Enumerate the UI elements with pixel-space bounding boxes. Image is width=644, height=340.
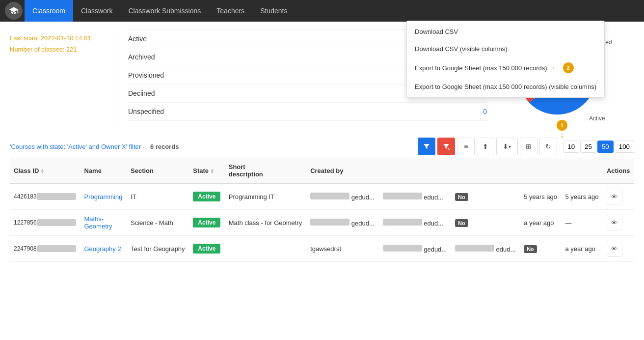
- cell-state-1: Active: [189, 183, 224, 210]
- cell-name-3: Geography 2: [80, 236, 127, 262]
- view-button-3[interactable]: 👁: [607, 241, 622, 256]
- stats-unspecified-value[interactable]: 0: [467, 108, 487, 115]
- view-button-2[interactable]: 👁: [607, 215, 622, 230]
- cell-desc-1: Programming IT: [225, 183, 306, 210]
- cell-actions-3: 👁: [603, 236, 634, 262]
- export-arrow-icon: ←: [551, 63, 560, 73]
- arrow-down-icon: ↓: [560, 130, 564, 140]
- name-link-3[interactable]: Geography 2: [84, 245, 121, 253]
- cell-section-1: IT: [127, 183, 189, 210]
- export-google-sheet-visible-item[interactable]: Export to Google Sheet (max 150 000 reco…: [407, 78, 604, 95]
- cell-state-2: Active: [189, 210, 224, 236]
- col-header-created-by: Created by: [306, 158, 378, 183]
- download-csv-visible-label: Download CSV (visible columns): [415, 45, 508, 53]
- col-header-state[interactable]: State: [189, 158, 224, 183]
- num-classes-info: Number of classes: 221: [10, 46, 108, 53]
- eye-icon-2: 👁: [611, 219, 617, 227]
- download-icon: ⬇: [503, 142, 509, 150]
- stats-active-label: Active: [128, 35, 147, 43]
- page-10[interactable]: 10: [563, 141, 579, 153]
- nav-item-classwork[interactable]: Classwork: [73, 0, 121, 22]
- stats-left: Last scan: 2022-01-10 14:01 Number of cl…: [10, 29, 108, 128]
- export-google-sheet-visible-label: Export to Google Sheet (max 150 000 reco…: [415, 83, 596, 90]
- cell-section-2: Science - Math: [127, 210, 189, 236]
- export-dropdown-button[interactable]: ⬇ ▾: [496, 138, 518, 155]
- svg-line-0: [448, 148, 450, 150]
- cell-actions-2: 👁: [603, 210, 634, 236]
- upload-button[interactable]: ⬆: [477, 138, 494, 155]
- col-header-blank1: [379, 158, 451, 183]
- cell-section-3: Test for Geography: [127, 236, 189, 262]
- no-badge-1: No: [455, 193, 468, 201]
- cell-col8-3: edud...: [451, 236, 520, 262]
- export-dropdown-menu: Download CSV Download CSV (visible colum…: [406, 21, 605, 98]
- state-badge-1: Active: [193, 192, 220, 201]
- nav-item-teachers[interactable]: Teachers: [209, 0, 252, 22]
- annotation-badge-2: 2: [563, 62, 574, 73]
- col-header-blank4: [562, 158, 603, 183]
- stats-provisioned-label: Provisioned: [128, 71, 164, 79]
- cell-created-by-1: gedud...: [306, 183, 378, 210]
- col-header-actions: Actions: [603, 158, 634, 183]
- refresh-button[interactable]: ↻: [539, 138, 557, 155]
- page-100[interactable]: 100: [615, 141, 634, 153]
- download-csv-label: Download CSV: [415, 28, 458, 35]
- table-row: 1227856 Maths-Geometry Science - Math Ac…: [10, 210, 634, 236]
- clear-filter-button[interactable]: [437, 138, 455, 155]
- filter-bar: 'Courses with state: 'Active' and Owner …: [10, 138, 634, 155]
- table-row: 4426183 Programming IT Active Programmin…: [10, 183, 634, 210]
- cell-class-id-2: 1227856: [10, 210, 80, 236]
- cell-created-by-3: tgawsedrst: [306, 236, 378, 262]
- cell-col7-1: edud...: [379, 183, 451, 210]
- nav-item-classroom[interactable]: Classroom: [25, 0, 73, 22]
- toggle-filter-button[interactable]: ≡: [457, 138, 475, 155]
- col-header-section: Section: [127, 158, 189, 183]
- col-header-name: Name: [80, 158, 127, 183]
- pie-label-active: Active: [589, 115, 605, 122]
- no-badge-3: No: [524, 245, 537, 253]
- cell-actions-1: 👁: [603, 183, 634, 210]
- toggle-icon: ≡: [464, 142, 468, 150]
- state-badge-3: Active: [193, 244, 220, 254]
- stats-declined-label: Declined: [128, 89, 155, 97]
- courses-table: Class ID Name Section State Shortdescrip…: [10, 158, 634, 262]
- chevron-down-icon: ▾: [509, 144, 511, 149]
- cell-col7-2: edud...: [379, 210, 451, 236]
- cell-name-2: Maths-Geometry: [80, 210, 127, 236]
- data-table-wrapper: Class ID Name Section State Shortdescrip…: [10, 158, 634, 262]
- clear-filter-icon: [443, 143, 450, 150]
- filter-query: 'Courses with state: 'Active' and Owner …: [10, 143, 141, 150]
- cell-name-1: Programming: [80, 183, 127, 210]
- col-header-class-id[interactable]: Class ID: [10, 158, 80, 183]
- cell-created-by-2: gedud...: [306, 210, 378, 236]
- export-google-sheet-item[interactable]: Export to Google Sheet (max 150 000 reco…: [407, 57, 604, 78]
- download-csv-item[interactable]: Download CSV: [407, 23, 604, 40]
- page-25[interactable]: 25: [580, 141, 596, 153]
- eye-icon-3: 👁: [611, 245, 617, 253]
- name-link-2[interactable]: Maths-Geometry: [84, 215, 112, 230]
- top-navigation: Classroom Classwork Classwork Submission…: [0, 0, 644, 22]
- cell-col9-1: 5 years ago: [520, 183, 561, 210]
- pagination-controls: 10 25 50 100: [563, 141, 634, 153]
- cell-col8-1: No: [451, 183, 520, 210]
- refresh-icon: ↻: [545, 142, 551, 150]
- cell-desc-3: [225, 236, 306, 262]
- nav-item-students[interactable]: Students: [252, 0, 295, 22]
- cell-class-id-1: 4426183: [10, 183, 80, 210]
- download-csv-visible-item[interactable]: Download CSV (visible columns): [407, 40, 604, 57]
- name-link-1[interactable]: Programming: [84, 193, 123, 200]
- view-button-1[interactable]: 👁: [607, 189, 622, 204]
- grid-view-button[interactable]: ⊞: [520, 138, 537, 155]
- cell-col10-1: 5 years ago: [562, 183, 603, 210]
- page-50[interactable]: 50: [597, 141, 614, 153]
- cell-col9-3: No: [520, 236, 561, 262]
- export-arrow-container: ← 2: [551, 62, 574, 73]
- grid-icon: ⊞: [526, 142, 532, 150]
- stats-archived-label: Archived: [128, 53, 155, 61]
- stats-unspecified-label: Unspecified: [128, 108, 164, 115]
- nav-item-classwork-submissions[interactable]: Classwork Submissions: [120, 0, 209, 22]
- filter-button[interactable]: [418, 138, 435, 155]
- main-content: Last scan: 2022-01-10 14:01 Number of cl…: [0, 22, 644, 270]
- upload-icon: ⬆: [483, 142, 488, 150]
- cell-class-id-3: 2247908: [10, 236, 80, 262]
